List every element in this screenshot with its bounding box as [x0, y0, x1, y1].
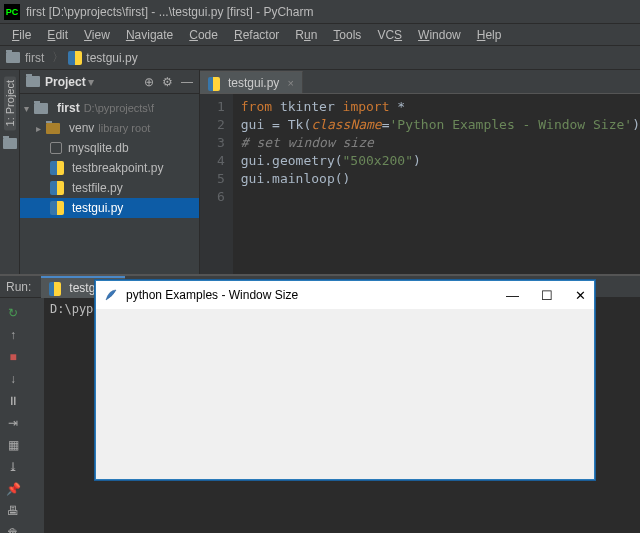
- tk-window-title: python Examples - Window Size: [126, 288, 298, 302]
- line-number: 2: [200, 116, 225, 134]
- close-icon[interactable]: ×: [287, 77, 293, 89]
- trash-icon[interactable]: 🗑: [4, 524, 22, 533]
- pause-icon[interactable]: ⏸: [4, 392, 22, 410]
- menu-window[interactable]: Window: [410, 26, 469, 44]
- menu-navigate[interactable]: Navigate: [118, 26, 181, 44]
- close-button[interactable]: ✕: [575, 288, 586, 303]
- breadcrumb: first 〉 testgui.py: [0, 46, 640, 70]
- python-file-icon: [50, 201, 64, 215]
- project-panel-toolbar: Project ▾ ⊕ ⚙ —: [20, 70, 199, 94]
- maximize-button[interactable]: ☐: [541, 288, 553, 303]
- breadcrumb-file-label: testgui.py: [86, 51, 137, 65]
- up-icon[interactable]: ↑: [4, 326, 22, 344]
- tk-feather-icon: [104, 288, 118, 302]
- tree-item-label: testfile.py: [72, 181, 123, 195]
- down-icon[interactable]: ↓: [4, 370, 22, 388]
- tree-file-db[interactable]: mysqlite.db: [20, 138, 199, 158]
- project-panel: Project ▾ ⊕ ⚙ — ▾ first D:\pyprojects\f …: [20, 70, 200, 274]
- structure-tool-icon[interactable]: [3, 138, 17, 149]
- hide-panel-icon[interactable]: —: [181, 75, 193, 89]
- print-icon[interactable]: 🖶: [4, 502, 22, 520]
- menu-code[interactable]: Code: [181, 26, 226, 44]
- library-folder-icon: [46, 123, 60, 134]
- editor-area: testgui.py × 1 2 3 4 5 6 from tkinter im…: [200, 70, 640, 274]
- folder-icon: [26, 76, 40, 87]
- python-file-icon: [50, 161, 64, 175]
- line-number: 1: [200, 98, 225, 116]
- python-file-icon: [50, 181, 64, 195]
- window-titlebar: PC first [D:\pyprojects\first] - ...\tes…: [0, 0, 640, 24]
- stop-icon[interactable]: ■: [4, 348, 22, 366]
- folder-icon: [6, 52, 20, 63]
- expand-icon[interactable]: ▾: [24, 103, 34, 114]
- tkinter-app-window[interactable]: python Examples - Window Size — ☐ ✕: [95, 280, 595, 480]
- menu-tools[interactable]: Tools: [325, 26, 369, 44]
- python-file-icon: [208, 77, 220, 89]
- tree-item-hint: library root: [98, 122, 150, 134]
- window-title: first [D:\pyprojects\first] - ...\testgu…: [26, 5, 313, 19]
- tree-file-py[interactable]: testfile.py: [20, 178, 199, 198]
- code-editor[interactable]: 1 2 3 4 5 6 from tkinter import * gui = …: [200, 94, 640, 274]
- soft-wrap-icon[interactable]: ⇥: [4, 414, 22, 432]
- menu-edit[interactable]: Edit: [39, 26, 76, 44]
- minimize-button[interactable]: —: [506, 288, 519, 303]
- breadcrumb-file[interactable]: testgui.py: [68, 51, 137, 65]
- chevron-right-icon: 〉: [52, 49, 64, 66]
- tk-titlebar[interactable]: python Examples - Window Size — ☐ ✕: [96, 281, 594, 309]
- breadcrumb-root[interactable]: first: [25, 51, 44, 65]
- menu-vcs[interactable]: VCS: [369, 26, 410, 44]
- project-tree: ▾ first D:\pyprojects\f ▸ venv library r…: [20, 94, 199, 222]
- tree-file-py[interactable]: testbreakpoint.py: [20, 158, 199, 178]
- menu-view[interactable]: View: [76, 26, 118, 44]
- code-content[interactable]: from tkinter import * gui = Tk(className…: [233, 94, 640, 274]
- sidebar-tool-tabs: 1: Project: [0, 70, 20, 274]
- menu-help[interactable]: Help: [469, 26, 510, 44]
- run-panel-title: Run:: [6, 280, 31, 294]
- project-tool-tab[interactable]: 1: Project: [4, 76, 16, 130]
- expand-icon[interactable]: ▸: [36, 123, 46, 134]
- tree-root-path: D:\pyprojects\f: [84, 102, 154, 114]
- rerun-icon[interactable]: ↻: [4, 304, 22, 322]
- scroll-end-icon[interactable]: ⤓: [4, 458, 22, 476]
- tk-window-body: [96, 309, 594, 479]
- app-icon: PC: [4, 4, 20, 20]
- menubar: File Edit View Navigate Code Refactor Ru…: [0, 24, 640, 46]
- tree-root[interactable]: ▾ first D:\pyprojects\f: [20, 98, 199, 118]
- tree-item-label: mysqlite.db: [68, 141, 129, 155]
- collapse-all-icon[interactable]: ⊕: [144, 75, 154, 89]
- dropdown-icon[interactable]: ▾: [88, 75, 94, 89]
- tree-file-py-selected[interactable]: testgui.py: [20, 198, 199, 218]
- line-number: 4: [200, 152, 225, 170]
- python-file-icon: [68, 51, 82, 65]
- database-icon: [50, 142, 62, 154]
- python-file-icon: [49, 282, 61, 294]
- layout-icon[interactable]: ▦: [4, 436, 22, 454]
- folder-icon: [34, 103, 48, 114]
- tree-item-label: testbreakpoint.py: [72, 161, 163, 175]
- line-number: 3: [200, 134, 225, 152]
- editor-tabstrip: testgui.py ×: [200, 70, 640, 94]
- line-number: 5: [200, 170, 225, 188]
- project-panel-title: Project: [45, 75, 86, 89]
- tree-folder-venv[interactable]: ▸ venv library root: [20, 118, 199, 138]
- editor-tab-label: testgui.py: [228, 76, 279, 90]
- tree-item-label: venv: [69, 121, 94, 135]
- menu-refactor[interactable]: Refactor: [226, 26, 287, 44]
- tree-item-label: testgui.py: [72, 201, 123, 215]
- run-toolbar: ↻ ↑ ■ ↓ ⏸ ⇥ ▦ ⤓ 📌 🖶 🗑: [0, 298, 44, 533]
- editor-gutter: 1 2 3 4 5 6: [200, 94, 233, 274]
- pin-icon[interactable]: 📌: [4, 480, 22, 498]
- settings-gear-icon[interactable]: ⚙: [162, 75, 173, 89]
- line-number: 6: [200, 188, 225, 206]
- menu-run[interactable]: Run: [287, 26, 325, 44]
- tree-root-label: first: [57, 101, 80, 115]
- editor-tab-active[interactable]: testgui.py ×: [200, 71, 303, 93]
- menu-file[interactable]: File: [4, 26, 39, 44]
